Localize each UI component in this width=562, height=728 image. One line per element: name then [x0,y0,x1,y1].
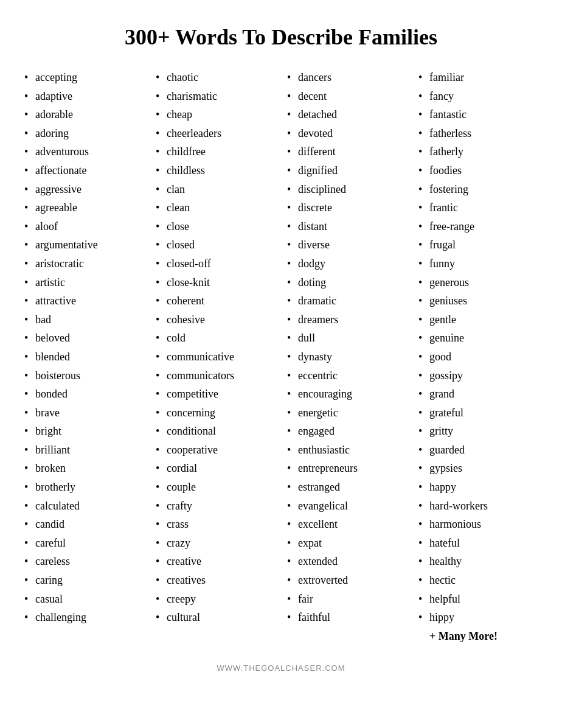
list-item: devoted [287,124,406,143]
more-label: + Many More! [418,627,538,646]
list-item: cheap [156,105,275,124]
list-item: fair [287,590,406,609]
list-item: funny [418,254,538,273]
list-item: adoring [24,124,144,143]
list-item: cordial [156,459,275,478]
list-item: adorable [24,105,144,124]
page-title: 300+ Words To Describe Families [125,24,437,50]
list-item: brotherly [24,478,144,497]
list-item: happy [418,478,538,497]
list-item: coherent [156,292,275,310]
list-item: charismatic [156,87,275,106]
word-column-col4: familiarfancyfantasticfatherlessfatherly… [412,68,544,645]
list-item: closed [156,236,275,254]
list-item: adaptive [24,87,144,106]
list-item: clean [156,198,275,217]
list-item: different [287,142,406,161]
list-item: beloved [24,329,144,348]
list-item: extended [287,552,406,571]
list-item: careless [24,552,144,571]
list-item: engaged [287,422,406,441]
word-list-col1: acceptingadaptiveadorableadoringadventur… [24,68,144,627]
word-list-col2: chaoticcharismaticcheapcheerleaderschild… [156,68,275,627]
list-item: evangelical [287,497,406,516]
list-item: careful [24,534,144,553]
word-columns: acceptingadaptiveadorableadoringadventur… [18,68,544,645]
list-item: grand [418,385,538,404]
list-item: foodies [418,161,538,180]
list-item: fostering [418,180,538,199]
list-item: distant [287,217,406,236]
list-item: dodgy [287,254,406,273]
list-item: dynasty [287,348,406,366]
list-item: argumentative [24,236,144,254]
list-item: fatherless [418,124,538,143]
list-item: dramatic [287,292,406,310]
list-item: chaotic [156,68,275,87]
list-item: artistic [24,273,144,292]
footer-url: WWW.THEGOALCHASER.COM [217,663,345,673]
list-item: cheerleaders [156,124,275,143]
list-item: creepy [156,590,275,609]
list-item: closed-off [156,254,275,273]
list-item: entrepreneurs [287,459,406,478]
list-item: cultural [156,608,275,627]
list-item: bad [24,310,144,329]
list-item: affectionate [24,161,144,180]
list-item: clan [156,180,275,199]
word-list-col3: dancersdecentdetacheddevoteddifferentdig… [287,68,406,627]
list-item: dignified [287,161,406,180]
list-item: childless [156,161,275,180]
list-item: gypsies [418,459,538,478]
list-item: bright [24,422,144,441]
list-item: conditional [156,422,275,441]
list-item: frantic [418,198,538,217]
list-item: boisterous [24,366,144,385]
list-item: aggressive [24,180,144,199]
list-item: close [156,217,275,236]
list-item: creatives [156,571,275,590]
list-item: calculated [24,497,144,516]
list-item: close-knit [156,273,275,292]
list-item: broken [24,459,144,478]
list-item: good [418,348,538,366]
list-item: brave [24,404,144,422]
list-item: extroverted [287,571,406,590]
list-item: diverse [287,236,406,254]
list-item: excellent [287,515,406,534]
list-item: doting [287,273,406,292]
list-item: free-range [418,217,538,236]
list-item: crass [156,515,275,534]
list-item: geniuses [418,292,538,310]
list-item: attractive [24,292,144,310]
list-item: cooperative [156,441,275,460]
list-item: fantastic [418,105,538,124]
list-item: genuine [418,329,538,348]
list-item: candid [24,515,144,534]
list-item: crazy [156,534,275,553]
list-item: concerning [156,404,275,422]
list-item: dreamers [287,310,406,329]
word-column-col3: dancersdecentdetacheddevoteddifferentdig… [281,68,412,627]
list-item: brilliant [24,441,144,460]
word-list-col4: familiarfancyfantasticfatherlessfatherly… [418,68,538,627]
list-item: communicators [156,366,275,385]
list-item: grateful [418,404,538,422]
list-item: faithful [287,608,406,627]
list-item: encouraging [287,385,406,404]
list-item: hateful [418,534,538,553]
list-item: detached [287,105,406,124]
list-item: expat [287,534,406,553]
list-item: creative [156,552,275,571]
list-item: frugal [418,236,538,254]
list-item: estranged [287,478,406,497]
word-column-col1: acceptingadaptiveadorableadoringadventur… [18,68,150,627]
list-item: eccentric [287,366,406,385]
list-item: agreeable [24,198,144,217]
list-item: helpful [418,590,538,609]
list-item: familiar [418,68,538,87]
list-item: communicative [156,348,275,366]
list-item: blended [24,348,144,366]
list-item: enthusiastic [287,441,406,460]
list-item: bonded [24,385,144,404]
